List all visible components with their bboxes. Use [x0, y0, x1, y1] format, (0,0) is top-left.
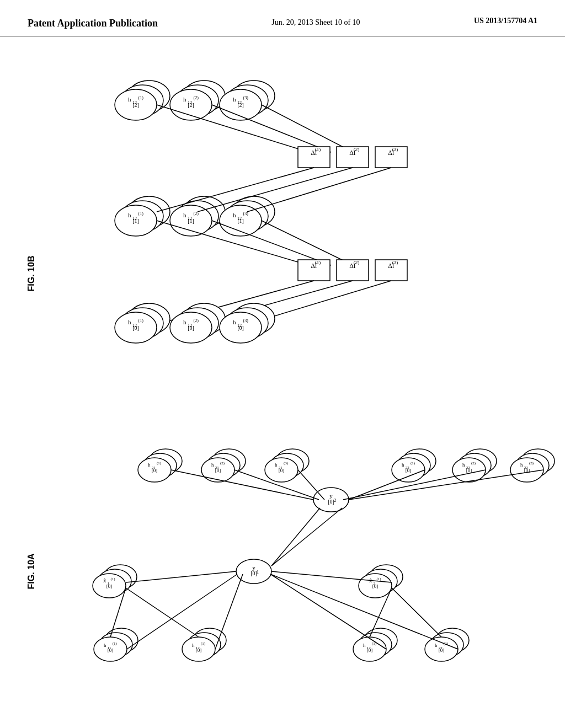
- svg-text:[0]: [0]: [188, 325, 194, 331]
- fig10a-label: FIG. 10A: [26, 553, 36, 589]
- svg-line-7: [212, 105, 331, 152]
- svg-text:[0]: [0]: [237, 325, 244, 331]
- svg-line-80: [298, 470, 324, 500]
- svg-text:[0]: [0]: [372, 584, 379, 589]
- svg-text:[1]: [1]: [188, 218, 194, 224]
- svg-text:[0]: [0]: [328, 499, 334, 505]
- page-header: Patent Application Publication Jun. 20, …: [0, 0, 565, 36]
- svg-text:[0]: [0]: [152, 468, 158, 473]
- svg-text:(3): (3): [392, 147, 398, 152]
- svg-line-8: [262, 105, 353, 152]
- svg-line-22: [212, 221, 331, 265]
- svg-line-25: [198, 168, 353, 212]
- svg-text:[0]: [0]: [279, 468, 285, 473]
- diagram-content: FIG. 10B FIG. 10A h 12 (1) [2] h 12 (2) …: [0, 36, 565, 715]
- svg-text:(2): (2): [354, 147, 360, 152]
- svg-text:[1]: [1]: [132, 218, 139, 224]
- svg-line-76: [126, 571, 236, 582]
- svg-line-73: [215, 574, 243, 649]
- svg-text:[0]: [0]: [106, 584, 113, 589]
- svg-text:[0]: [0]: [367, 647, 373, 653]
- svg-line-26: [247, 168, 391, 212]
- svg-text:[0]: [0]: [132, 325, 139, 331]
- svg-text:[2]: [2]: [132, 102, 139, 108]
- svg-text:[0]: [0]: [439, 647, 445, 653]
- svg-text:[0]: [0]: [108, 647, 114, 653]
- svg-line-84: [271, 508, 320, 566]
- svg-text:[0]: [0]: [466, 468, 472, 473]
- svg-text:[0]: [0]: [406, 468, 412, 473]
- svg-text:[2]: [2]: [188, 102, 194, 108]
- svg-text:[0]: [0]: [196, 647, 202, 653]
- svg-text:(3): (3): [392, 260, 398, 265]
- svg-text:(1): (1): [315, 260, 321, 265]
- publication-title: Patent Application Publication: [28, 17, 158, 30]
- sheet-info: Jun. 20, 2013 Sheet 10 of 10: [271, 17, 360, 29]
- svg-text:[2]: [2]: [237, 102, 244, 108]
- svg-line-87: [126, 588, 199, 637]
- svg-line-89: [392, 588, 441, 637]
- patent-number: US 2013/157704 A1: [474, 17, 537, 25]
- svg-text:[0]: [0]: [215, 468, 221, 473]
- svg-line-83: [349, 470, 543, 500]
- svg-text:[0]: [0]: [250, 570, 257, 576]
- svg-text:[1]: [1]: [237, 218, 244, 224]
- svg-text:(1): (1): [315, 147, 321, 152]
- svg-text:(2): (2): [354, 260, 360, 265]
- fig10b-label: FIG. 10B: [26, 256, 36, 292]
- svg-line-85: [271, 508, 342, 566]
- svg-line-23: [262, 221, 353, 265]
